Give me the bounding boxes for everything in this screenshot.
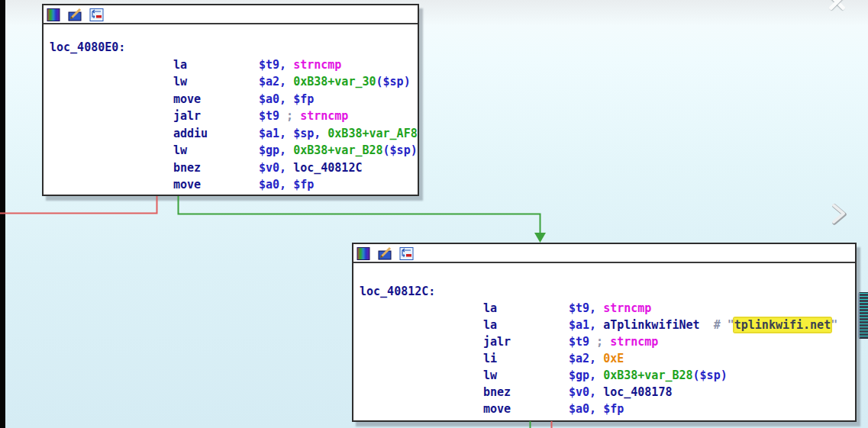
mnemonic: lw bbox=[483, 367, 569, 384]
operand-token: # bbox=[700, 318, 728, 332]
node-titlebar bbox=[353, 244, 855, 263]
disassembly-code[interactable]: loc_40812C:la$t9, strncmpla$a1, aTplinkw… bbox=[353, 263, 855, 428]
asm-line[interactable]: lw$gp, 0xB38+var_B28($sp) bbox=[353, 367, 855, 384]
operand-token: loc_40812C bbox=[293, 161, 362, 175]
basic-block-loc_4080E0[interactable]: loc_4080E0:la$t9, strncmplw$a2, 0xB38+va… bbox=[42, 4, 419, 196]
edit-node-icon[interactable] bbox=[68, 8, 82, 21]
operand-token: $t9 bbox=[259, 58, 279, 72]
mnemonic: move bbox=[483, 401, 569, 417]
operand-token: , bbox=[589, 301, 603, 315]
node-titlebar bbox=[44, 5, 418, 24]
asm-line[interactable]: loc_40812C: bbox=[353, 283, 855, 300]
operand-token: , bbox=[589, 385, 603, 399]
asm-line[interactable]: bnez$v0, loc_408178 bbox=[353, 384, 855, 401]
operand-token: strncmp bbox=[603, 301, 651, 315]
operand-token: 0xB38+var_30 bbox=[293, 75, 376, 88]
asm-line[interactable]: la$a1, aTplinkwifiNet # "tplinkwifi.net" bbox=[353, 317, 855, 333]
operand-token: $a0 bbox=[259, 178, 279, 191]
ida-graph-view: loc_4080E0:la$t9, strncmplw$a2, 0xB38+va… bbox=[0, 0, 868, 428]
operand-token: strncmp bbox=[610, 335, 658, 349]
operand-token: $sp bbox=[383, 75, 404, 88]
chevron-right-icon[interactable] bbox=[828, 202, 850, 228]
operand-token: , bbox=[589, 318, 603, 332]
operand-token: ( bbox=[693, 368, 700, 382]
operand-token: $gp bbox=[259, 143, 279, 157]
asm-line[interactable]: move$a0, $fp bbox=[353, 401, 855, 417]
operand-token: $a2 bbox=[259, 75, 279, 88]
asm-line[interactable]: addiu$a1, $sp, 0xB38+var_AF8 bbox=[44, 125, 418, 143]
operand-token: $sp bbox=[700, 368, 721, 382]
operand-token: $t9 bbox=[569, 301, 589, 315]
asm-line[interactable]: move$a0, $fp bbox=[44, 176, 418, 194]
operand-token: , bbox=[279, 75, 293, 88]
operand-token: ; bbox=[589, 335, 610, 349]
operand-token: $a0 bbox=[259, 92, 279, 106]
asm-line[interactable]: lw$gp, 0xB38+var_B28($sp) bbox=[44, 142, 418, 159]
disassembly-code[interactable]: loc_4080E0:la$t9, strncmplw$a2, 0xB38+va… bbox=[44, 24, 418, 210]
mnemonic: jalr bbox=[483, 333, 569, 350]
mnemonic: jalr bbox=[173, 108, 259, 125]
operand-token: 0xB38+var_AF8 bbox=[328, 127, 417, 140]
operand-token: 0xB38+var_B28 bbox=[603, 368, 692, 382]
operand-token: $fp bbox=[293, 178, 314, 191]
operand-token: 0xB38+var_B28 bbox=[293, 143, 382, 157]
mnemonic: bnez bbox=[483, 384, 569, 401]
asm-line[interactable]: jalr$t9 ; strncmp bbox=[353, 333, 855, 350]
operand-token: $v0 bbox=[259, 161, 279, 175]
operand-token: $gp bbox=[569, 368, 589, 382]
mnemonic: bnez bbox=[173, 159, 259, 177]
screen-left-black-strip bbox=[0, 0, 5, 428]
operand-token: ( bbox=[376, 75, 383, 88]
asm-line[interactable]: la$t9, strncmp bbox=[353, 300, 855, 317]
operand-token: , bbox=[589, 368, 603, 382]
edge-green-arrowhead bbox=[534, 233, 546, 243]
operand-token: $sp bbox=[390, 143, 411, 157]
asm-line[interactable]: lw$a2, 0xB38+var_30($sp) bbox=[44, 73, 418, 91]
node-color-icon[interactable] bbox=[47, 8, 61, 21]
operand-token: , bbox=[279, 178, 293, 191]
clipped-node-fragment bbox=[858, 292, 868, 339]
mnemonic: move bbox=[173, 91, 259, 108]
operand-token: $a1 bbox=[569, 318, 589, 332]
operand-token: $a2 bbox=[569, 352, 589, 365]
basic-block-loc_40812C[interactable]: loc_40812C:la$t9, strncmpla$a1, aTplinkw… bbox=[352, 243, 857, 422]
mnemonic: la bbox=[173, 56, 259, 74]
close-icon[interactable] bbox=[826, 0, 847, 11]
operand-token: ( bbox=[383, 143, 390, 157]
operand-token: ) bbox=[721, 368, 728, 382]
node-color-icon[interactable] bbox=[357, 247, 371, 260]
group-nodes-icon[interactable] bbox=[399, 247, 414, 260]
mnemonic: lw bbox=[173, 142, 259, 159]
asm-line[interactable]: la$t9, strncmp bbox=[44, 56, 418, 74]
operand-token: ; bbox=[279, 109, 300, 123]
operand-token: $t9 bbox=[259, 109, 279, 123]
operand-token: , bbox=[314, 127, 328, 140]
operand-token: , bbox=[589, 402, 603, 416]
edit-node-icon[interactable] bbox=[378, 247, 392, 260]
operand-token: , bbox=[279, 127, 293, 140]
group-nodes-icon[interactable] bbox=[89, 8, 104, 21]
block-label: loc_4080E0: bbox=[50, 40, 125, 54]
operand-token: $v0 bbox=[569, 385, 589, 399]
operand-token: , bbox=[279, 143, 293, 157]
operand-token: ) bbox=[404, 75, 411, 88]
asm-line[interactable]: bnez$v0, loc_40812C bbox=[44, 159, 418, 177]
operand-token: " bbox=[728, 318, 734, 332]
operand-token: $fp bbox=[293, 92, 314, 106]
mnemonic: addiu bbox=[173, 125, 259, 143]
asm-line[interactable]: loc_4080E0: bbox=[44, 39, 418, 56]
mnemonic: move bbox=[173, 176, 259, 194]
operand-token: strncmp bbox=[293, 58, 341, 72]
operand-token: " bbox=[831, 318, 837, 332]
operand-token: strncmp bbox=[300, 109, 348, 123]
asm-line[interactable]: move$a0, $fp bbox=[44, 91, 418, 108]
asm-line[interactable]: jalr$t9 ; strncmp bbox=[44, 108, 418, 125]
operand-token: $a0 bbox=[569, 402, 589, 416]
operand-token: ) bbox=[411, 143, 418, 157]
operand-token: $a1 bbox=[259, 127, 279, 140]
asm-line[interactable]: li$a2, 0xE bbox=[353, 350, 855, 367]
operand-token: $sp bbox=[293, 127, 314, 140]
mnemonic: la bbox=[483, 300, 569, 317]
operand-token: aTplinkwifiNet bbox=[603, 318, 699, 332]
highlighted-string: tplinkwifi.net bbox=[734, 318, 831, 332]
